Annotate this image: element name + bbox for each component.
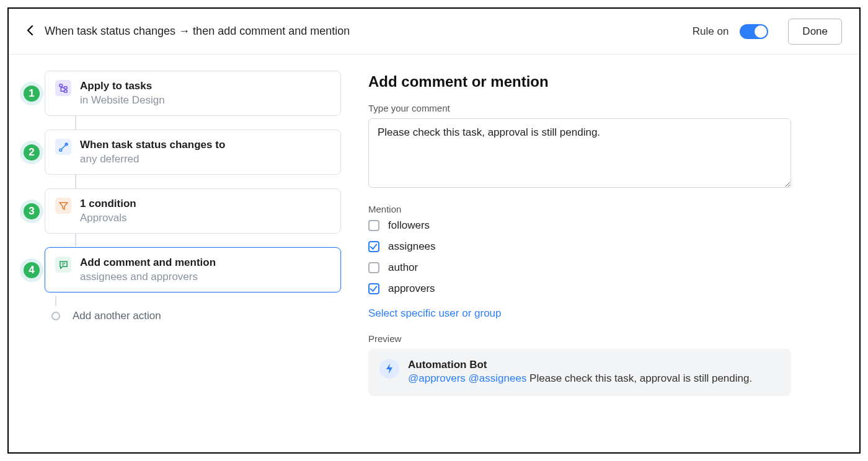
rule-step[interactable]: 2When task status changes toany deferred	[29, 130, 341, 175]
back-button[interactable]	[26, 21, 36, 42]
step-subtitle: in Website Design	[80, 94, 165, 107]
tree-icon	[55, 80, 71, 96]
rule-step[interactable]: 4Add comment and mentionassignees and ap…	[29, 247, 341, 292]
select-user-link[interactable]: Select specific user or group	[368, 307, 502, 320]
step-title: Add comment and mention	[80, 257, 216, 269]
done-button[interactable]: Done	[788, 19, 842, 45]
mention-tag: @approvers	[408, 372, 469, 384]
bolt-icon	[379, 359, 399, 379]
step-title: 1 condition	[80, 198, 136, 210]
mention-option-label: assignees	[388, 240, 436, 253]
step-number-badge: 3	[20, 200, 43, 223]
preview-bot-name: Automation Bot	[408, 359, 752, 371]
mention-tag: @assignees	[469, 372, 530, 384]
svg-rect-2	[64, 90, 67, 92]
step-title: When task status changes to	[80, 139, 225, 151]
comment-input[interactable]	[368, 118, 791, 188]
step-subtitle: assignees and approvers	[80, 271, 216, 283]
rule-title: When task status changes → then add comm…	[45, 25, 350, 38]
branch-icon	[55, 139, 71, 155]
chevron-left-icon	[26, 25, 35, 36]
checkbox[interactable]	[368, 262, 379, 273]
preview-text: Please check this task, approval is stil…	[529, 372, 752, 384]
svg-rect-1	[64, 86, 67, 89]
step-number-badge: 2	[20, 141, 43, 164]
panel-heading: Add comment or mention	[368, 73, 791, 90]
mention-option[interactable]: author	[368, 261, 791, 274]
mention-option[interactable]: assignees	[368, 240, 791, 253]
mention-option[interactable]: followers	[368, 219, 791, 232]
rule-steps-panel: 1Apply to tasksin Website Design2When ta…	[9, 55, 356, 452]
header-bar: When task status changes → then add comm…	[9, 9, 859, 55]
rule-toggle-label: Rule on	[693, 25, 729, 38]
preview-section-label: Preview	[368, 333, 791, 344]
comment-field-label: Type your comment	[368, 103, 791, 113]
step-card[interactable]: Add comment and mentionassignees and app…	[45, 247, 341, 292]
step-card[interactable]: When task status changes toany deferred	[45, 130, 341, 175]
mention-option-label: approvers	[388, 283, 435, 295]
mention-option[interactable]: approvers	[368, 283, 791, 295]
filter-icon	[55, 198, 71, 214]
rule-toggle[interactable]	[740, 24, 768, 39]
step-subtitle: any deferred	[80, 153, 225, 165]
step-number-badge: 4	[20, 258, 43, 282]
preview-message: @approvers @assignees Please check this …	[408, 372, 752, 385]
step-card[interactable]: 1 conditionApprovals	[45, 188, 341, 234]
step-number-badge: 1	[20, 82, 43, 105]
add-action-label: Add another action	[73, 310, 161, 322]
add-circle-icon	[51, 312, 60, 320]
comment-icon	[55, 257, 71, 273]
add-another-action[interactable]: Add another action	[45, 306, 341, 322]
svg-rect-0	[59, 84, 62, 86]
mention-option-label: followers	[388, 219, 430, 232]
step-card[interactable]: Apply to tasksin Website Design	[45, 71, 341, 116]
step-title: Apply to tasks	[80, 80, 165, 92]
checkbox[interactable]	[368, 220, 379, 231]
step-subtitle: Approvals	[80, 212, 136, 224]
mention-section-label: Mention	[368, 204, 791, 214]
checkbox[interactable]	[368, 241, 379, 252]
checkbox[interactable]	[368, 283, 379, 294]
automation-rule-window: When task status changes → then add comm…	[7, 7, 861, 454]
rule-step[interactable]: 1Apply to tasksin Website Design	[29, 71, 341, 116]
svg-point-3	[59, 149, 61, 151]
step-detail-panel: Add comment or mention Type your comment…	[356, 55, 859, 452]
preview-box: Automation Bot @approvers @assignees Ple…	[368, 349, 791, 396]
rule-step[interactable]: 31 conditionApprovals	[29, 188, 341, 234]
mention-option-label: author	[388, 261, 418, 274]
